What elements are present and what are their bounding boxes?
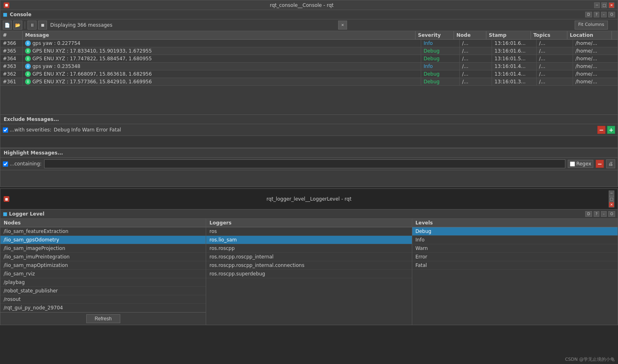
console-table-body: #366 i gps yaw : 0.227754 Info /... 13:1…: [0, 40, 618, 114]
row-icon: i: [25, 56, 31, 61]
toolbar-btn-4[interactable]: ⏹: [38, 21, 47, 30]
exclude-minus-button[interactable]: −: [597, 126, 605, 134]
level-list-item[interactable]: Error: [412, 253, 618, 261]
header-d-btn[interactable]: D: [585, 12, 592, 17]
toolbar-btn-3[interactable]: ⏸: [28, 21, 36, 30]
td-topics: /...: [537, 47, 573, 55]
highlight-checkbox-label[interactable]: ...containing:: [3, 161, 42, 167]
maximize-button[interactable]: □: [601, 2, 607, 8]
nodes-panel-header: Nodes: [0, 219, 206, 227]
level-list-item[interactable]: Warn: [412, 244, 618, 253]
loggers-panel: Loggers rosros.lio_samros.roscppros.rosc…: [206, 219, 412, 325]
row-icon: i: [25, 40, 31, 46]
node-list-item[interactable]: /lio_sam_imuPreintegration: [0, 253, 206, 261]
displaying-text: Displaying 366 messages: [50, 22, 113, 28]
td-location: /home/...: [573, 55, 618, 62]
logger-d-btn[interactable]: D: [585, 211, 592, 217]
toolbar: 📄 📂 ⏸ ⏹ Displaying 366 messages ✕ Fit Co…: [0, 19, 618, 31]
table-row[interactable]: #365 i GPS ENU XYZ : 17.833410, 15.90193…: [0, 47, 618, 55]
regex-checkbox[interactable]: [570, 161, 575, 167]
watermark: CSDN @学无止境的小龟: [565, 356, 615, 362]
header-dash-btn[interactable]: -: [601, 12, 607, 17]
levels-panel-header: Levels: [412, 219, 618, 227]
regex-text: Regex: [576, 161, 591, 167]
toolbar-separator: [25, 21, 25, 29]
table-row[interactable]: #361 i GPS ENU XYZ : 17.577366, 15.84291…: [0, 78, 618, 86]
td-message: i gps yaw : 0.227754: [23, 40, 421, 47]
node-list-item[interactable]: /lio_sam_mapOptimization: [0, 261, 206, 270]
logger-list-item[interactable]: ros.lio_sam: [206, 236, 411, 244]
minimize-button[interactable]: ─: [594, 2, 600, 8]
severity-tags: Debug Info Warn Error Fatal: [54, 127, 121, 133]
close-button[interactable]: ✕: [609, 2, 614, 8]
td-node: /...: [460, 78, 492, 85]
td-message: i GPS ENU XYZ : 17.577366, 15.842910, 1.…: [23, 78, 421, 85]
node-list-item[interactable]: /lio_sam_featureExtraction: [0, 227, 206, 236]
level-list-item[interactable]: Info: [412, 236, 618, 244]
header-help-btn[interactable]: ?: [594, 12, 599, 17]
exclude-plus-button[interactable]: +: [607, 126, 615, 134]
console-window: ■ rqt_console__Console - rqt ─ □ ✕ ■ Con…: [0, 0, 618, 187]
td-node: /...: [460, 63, 492, 70]
table-row[interactable]: #363 i gps yaw : 0.235348 Info /... 13:1…: [0, 63, 618, 70]
node-list-item[interactable]: /lio_sam_gpsOdometry: [0, 236, 206, 244]
app-logo-icon: ■: [4, 2, 9, 8]
logger-list-item[interactable]: ros.roscpp: [206, 244, 411, 253]
logger-dash-btn[interactable]: -: [601, 211, 607, 217]
logger-header: ■ Logger Level D ? - O: [0, 210, 618, 219]
fit-columns-button[interactable]: Fit Columns: [575, 21, 608, 30]
toolbar-btn-1[interactable]: 📄: [3, 21, 12, 30]
node-list-item[interactable]: /lio_sam_rviz: [0, 270, 206, 278]
td-id: #365: [0, 47, 23, 55]
col-header-location: Location: [567, 31, 612, 39]
refresh-row: Refresh: [0, 312, 206, 325]
logger-panels: Nodes /lio_sam_featureExtraction/lio_sam…: [0, 219, 618, 325]
logger-list-item[interactable]: ros.roscpp.superdebug: [206, 270, 411, 278]
node-list-item[interactable]: /rqt_gui_py_node_29704: [0, 304, 206, 312]
console-header: ■ Console D ? - O: [0, 10, 618, 19]
node-list-item[interactable]: /robot_state_publisher: [0, 287, 206, 295]
level-list-item[interactable]: Debug: [412, 227, 618, 236]
logger-list-item[interactable]: ros: [206, 227, 411, 236]
logger-list-item[interactable]: ros.roscpp.roscpp_internal.connections: [206, 261, 411, 270]
node-list-item[interactable]: /playbag: [0, 278, 206, 287]
nodes-panel-list: /lio_sam_featureExtraction/lio_sam_gpsOd…: [0, 227, 206, 312]
refresh-button[interactable]: Refresh: [86, 314, 120, 323]
td-message: i GPS ENU XYZ : 17.668097, 15.863618, 1.…: [23, 70, 421, 78]
highlight-minus-button[interactable]: −: [596, 160, 604, 168]
logger-help-btn[interactable]: ?: [594, 211, 599, 217]
col-header-stamp: Stamp: [486, 31, 531, 39]
td-severity: Debug: [421, 78, 460, 85]
td-stamp: 13:16:01.6...: [492, 40, 537, 47]
bottom-title-bar: ■ rqt_logger_level__LoggerLevel - rqt ─ …: [0, 189, 618, 210]
td-id: #366: [0, 40, 23, 47]
highlight-input[interactable]: [44, 159, 565, 168]
node-list-item[interactable]: /rosout: [0, 295, 206, 304]
table-row[interactable]: #364 i GPS ENU XYZ : 17.747822, 15.88454…: [0, 55, 618, 63]
logger-list-item[interactable]: ros.roscpp.roscpp_internal: [206, 253, 411, 261]
exclude-checkbox-label[interactable]: ...with severities:: [3, 127, 51, 133]
td-severity: Info: [421, 40, 460, 47]
td-location: /home/...: [573, 78, 618, 85]
table-row[interactable]: #362 i GPS ENU XYZ : 17.668097, 15.86361…: [0, 70, 618, 78]
logger-o-btn[interactable]: O: [608, 211, 615, 217]
header-o-btn[interactable]: O: [608, 12, 615, 17]
highlight-checkbox[interactable]: [3, 161, 8, 167]
bottom-win-controls: ─ □ ✕: [609, 190, 614, 207]
toolbar-btn-2[interactable]: 📂: [13, 21, 22, 30]
bottom-maximize-button[interactable]: □: [609, 196, 614, 202]
td-topics: /...: [537, 63, 573, 70]
table-row[interactable]: #366 i gps yaw : 0.227754 Info /... 13:1…: [0, 40, 618, 47]
print-button[interactable]: 🖨: [606, 159, 615, 168]
td-id: #364: [0, 55, 23, 62]
td-severity: Info: [421, 63, 460, 70]
bottom-minimize-button[interactable]: ─: [609, 190, 614, 196]
td-id: #362: [0, 70, 23, 78]
bottom-close-button[interactable]: ✕: [609, 202, 614, 207]
regex-label: Regex: [568, 160, 593, 168]
node-list-item[interactable]: /lio_sam_imageProjection: [0, 244, 206, 253]
exclude-checkbox[interactable]: [3, 127, 8, 133]
td-stamp: 13:16:01.6...: [492, 47, 537, 55]
level-list-item[interactable]: Fatal: [412, 261, 618, 270]
clear-icon-btn[interactable]: ✕: [338, 21, 347, 30]
